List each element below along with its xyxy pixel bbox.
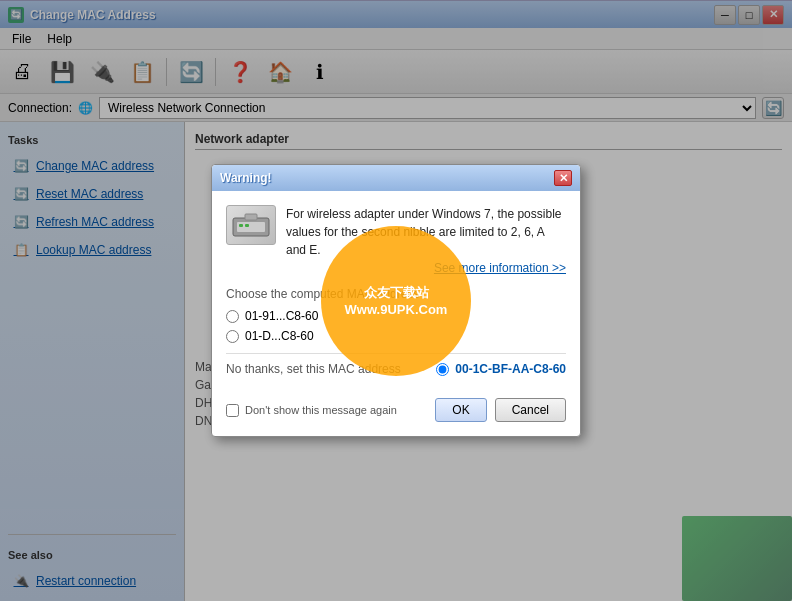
dialog-radio-group: 01-91...C8-60 01-D...C8-60 (226, 309, 566, 343)
dialog-separator (226, 353, 566, 354)
dialog-choose-label: Choose the computed MAC address (226, 287, 566, 301)
dialog-message: For wireless adapter under Windows 7, th… (286, 205, 566, 259)
warning-dialog: Warning! ✕ For wireless adapter unde (211, 164, 581, 437)
dialog-title: Warning! (220, 171, 554, 185)
dialog-nothanks-row: No thanks, set this MAC address 00-1C-BF… (226, 362, 566, 376)
dialog-title-bar: Warning! ✕ (212, 165, 580, 191)
dialog-cancel-button[interactable]: Cancel (495, 398, 566, 422)
dialog-nothanks-value: 00-1C-BF-AA-C8-60 (455, 362, 566, 376)
modal-overlay: 众友下载站 Www.9UPK.Com Warning! ✕ (0, 0, 792, 601)
dialog-ok-button[interactable]: OK (435, 398, 486, 422)
dialog-radio-nothanks[interactable] (436, 363, 449, 376)
svg-rect-2 (245, 214, 257, 220)
dialog-radio-1[interactable] (226, 310, 239, 323)
dialog-checkbox-row: Don't show this message again (226, 404, 427, 417)
dialog-footer: Don't show this message again OK Cancel (212, 390, 580, 436)
dialog-option-2-value: 01-D...C8-60 (245, 329, 314, 343)
dialog-radio-2[interactable] (226, 330, 239, 343)
dialog-option-1-value: 01-91...C8-60 (245, 309, 318, 323)
dialog-option-2: 01-D...C8-60 (226, 329, 566, 343)
dialog-nothanks-value-group: 00-1C-BF-AA-C8-60 (436, 362, 566, 376)
dialog-nothanks-label: No thanks, set this MAC address (226, 362, 401, 376)
dialog-dont-show-label: Don't show this message again (245, 404, 397, 416)
dialog-body: For wireless adapter under Windows 7, th… (212, 191, 580, 390)
dialog-top-section: For wireless adapter under Windows 7, th… (226, 205, 566, 275)
dialog-option-1: 01-91...C8-60 (226, 309, 566, 323)
dialog-dont-show-checkbox[interactable] (226, 404, 239, 417)
dialog-close-button[interactable]: ✕ (554, 170, 572, 186)
svg-rect-3 (239, 224, 243, 227)
dialog-message-section: For wireless adapter under Windows 7, th… (286, 205, 566, 275)
dialog-adapter-icon (226, 205, 276, 245)
dialog-more-info-link[interactable]: See more information >> (286, 261, 566, 275)
svg-rect-4 (245, 224, 249, 227)
